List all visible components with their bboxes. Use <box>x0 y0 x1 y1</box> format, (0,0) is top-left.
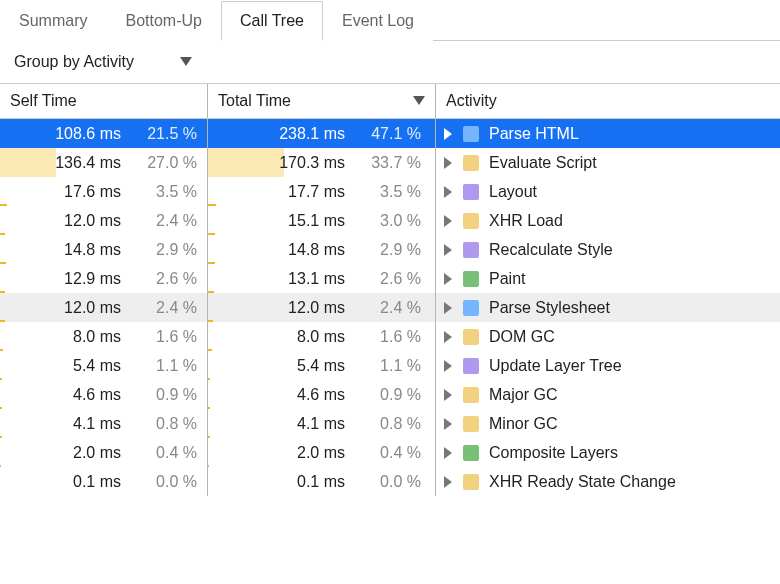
category-swatch <box>463 300 479 316</box>
total-time-value: 15.1 ms <box>255 212 345 230</box>
total-time-value: 4.6 ms <box>255 386 345 404</box>
column-total-time[interactable]: Total Time <box>208 84 436 118</box>
table-row[interactable]: 12.9 ms2.6 %13.1 ms2.6 %Paint <box>0 264 780 293</box>
expand-icon[interactable] <box>444 186 453 198</box>
group-by-label: Group by Activity <box>14 53 134 71</box>
chevron-down-icon <box>180 57 192 67</box>
cell-self-time: 12.0 ms2.4 % <box>0 206 208 235</box>
self-time-pct: 1.6 % <box>135 328 197 346</box>
category-swatch <box>463 416 479 432</box>
self-time-pct: 0.9 % <box>135 386 197 404</box>
cell-activity: Update Layer Tree <box>436 351 780 380</box>
expand-icon[interactable] <box>444 331 453 343</box>
expand-icon[interactable] <box>444 302 453 314</box>
self-time-value: 17.6 ms <box>31 183 121 201</box>
expand-icon[interactable] <box>444 476 453 488</box>
cell-self-time: 136.4 ms27.0 % <box>0 148 208 177</box>
total-time-value: 8.0 ms <box>255 328 345 346</box>
category-swatch <box>463 474 479 490</box>
cell-activity: Evaluate Script <box>436 148 780 177</box>
expand-icon[interactable] <box>444 447 453 459</box>
self-time-value: 8.0 ms <box>31 328 121 346</box>
svg-marker-11 <box>444 389 452 401</box>
tab-bottom-up[interactable]: Bottom-Up <box>106 1 220 41</box>
self-time-pct: 21.5 % <box>135 125 197 143</box>
cell-total-time: 13.1 ms2.6 % <box>208 264 436 293</box>
column-self-time[interactable]: Self Time <box>0 84 208 118</box>
column-label: Total Time <box>218 92 291 110</box>
cell-total-time: 8.0 ms1.6 % <box>208 322 436 351</box>
table-row[interactable]: 12.0 ms2.4 %15.1 ms3.0 %XHR Load <box>0 206 780 235</box>
total-time-pct: 2.6 % <box>359 270 421 288</box>
table-row[interactable]: 0.1 ms0.0 %0.1 ms0.0 %XHR Ready State Ch… <box>0 467 780 496</box>
category-swatch <box>463 126 479 142</box>
table-row[interactable]: 8.0 ms1.6 %8.0 ms1.6 %DOM GC <box>0 322 780 351</box>
expand-icon[interactable] <box>444 128 453 140</box>
expand-icon[interactable] <box>444 157 453 169</box>
tab-event-log[interactable]: Event Log <box>323 1 433 41</box>
cell-activity: Paint <box>436 264 780 293</box>
tab-label: Event Log <box>342 12 414 29</box>
table-row[interactable]: 136.4 ms27.0 %170.3 ms33.7 %Evaluate Scr… <box>0 148 780 177</box>
cell-self-time: 0.1 ms0.0 % <box>0 467 208 496</box>
cell-self-time: 4.6 ms0.9 % <box>0 380 208 409</box>
expand-icon[interactable] <box>444 360 453 372</box>
expand-icon[interactable] <box>444 273 453 285</box>
cell-self-time: 108.6 ms21.5 % <box>0 119 208 148</box>
total-time-pct: 0.4 % <box>359 444 421 462</box>
activity-label: XHR Ready State Change <box>489 473 676 491</box>
self-time-value: 0.1 ms <box>31 473 121 491</box>
total-time-value: 238.1 ms <box>255 125 345 143</box>
table-row[interactable]: 17.6 ms3.5 %17.7 ms3.5 %Layout <box>0 177 780 206</box>
svg-marker-6 <box>444 244 452 256</box>
activity-label: Layout <box>489 183 537 201</box>
table-row[interactable]: 4.6 ms0.9 %4.6 ms0.9 %Major GC <box>0 380 780 409</box>
cell-self-time: 4.1 ms0.8 % <box>0 409 208 438</box>
table-row[interactable]: 108.6 ms21.5 %238.1 ms47.1 %Parse HTML <box>0 119 780 148</box>
svg-marker-5 <box>444 215 452 227</box>
total-time-pct: 47.1 % <box>359 125 421 143</box>
cell-total-time: 12.0 ms2.4 % <box>208 293 436 322</box>
cell-total-time: 5.4 ms1.1 % <box>208 351 436 380</box>
total-time-value: 170.3 ms <box>255 154 345 172</box>
tab-label: Summary <box>19 12 87 29</box>
group-by-dropdown[interactable]: Group by Activity <box>14 53 192 71</box>
sort-descending-icon <box>413 96 425 106</box>
cell-activity: Recalculate Style <box>436 235 780 264</box>
svg-marker-0 <box>180 57 192 66</box>
self-time-pct: 2.9 % <box>135 241 197 259</box>
activity-label: Update Layer Tree <box>489 357 622 375</box>
table-row[interactable]: 4.1 ms0.8 %4.1 ms0.8 %Minor GC <box>0 409 780 438</box>
cell-activity: Major GC <box>436 380 780 409</box>
svg-marker-2 <box>444 128 452 140</box>
cell-activity: Parse Stylesheet <box>436 293 780 322</box>
category-swatch <box>463 271 479 287</box>
self-time-value: 12.0 ms <box>31 299 121 317</box>
svg-marker-9 <box>444 331 452 343</box>
expand-icon[interactable] <box>444 389 453 401</box>
activity-label: Parse Stylesheet <box>489 299 610 317</box>
svg-marker-13 <box>444 447 452 459</box>
table-row[interactable]: 2.0 ms0.4 %2.0 ms0.4 %Composite Layers <box>0 438 780 467</box>
table-row[interactable]: 14.8 ms2.9 %14.8 ms2.9 %Recalculate Styl… <box>0 235 780 264</box>
tab-summary[interactable]: Summary <box>0 1 106 41</box>
tab-call-tree[interactable]: Call Tree <box>221 1 323 41</box>
column-activity[interactable]: Activity <box>436 84 780 118</box>
category-swatch <box>463 329 479 345</box>
table-row[interactable]: 12.0 ms2.4 %12.0 ms2.4 %Parse Stylesheet <box>0 293 780 322</box>
total-time-pct: 2.4 % <box>359 299 421 317</box>
svg-marker-4 <box>444 186 452 198</box>
expand-icon[interactable] <box>444 244 453 256</box>
cell-self-time: 5.4 ms1.1 % <box>0 351 208 380</box>
table-row[interactable]: 5.4 ms1.1 %5.4 ms1.1 %Update Layer Tree <box>0 351 780 380</box>
cell-self-time: 17.6 ms3.5 % <box>0 177 208 206</box>
self-time-value: 4.1 ms <box>31 415 121 433</box>
cell-total-time: 4.6 ms0.9 % <box>208 380 436 409</box>
activity-label: Parse HTML <box>489 125 579 143</box>
self-time-pct: 3.5 % <box>135 183 197 201</box>
expand-icon[interactable] <box>444 418 453 430</box>
cell-total-time: 4.1 ms0.8 % <box>208 409 436 438</box>
self-time-pct: 2.4 % <box>135 212 197 230</box>
expand-icon[interactable] <box>444 215 453 227</box>
total-time-value: 4.1 ms <box>255 415 345 433</box>
